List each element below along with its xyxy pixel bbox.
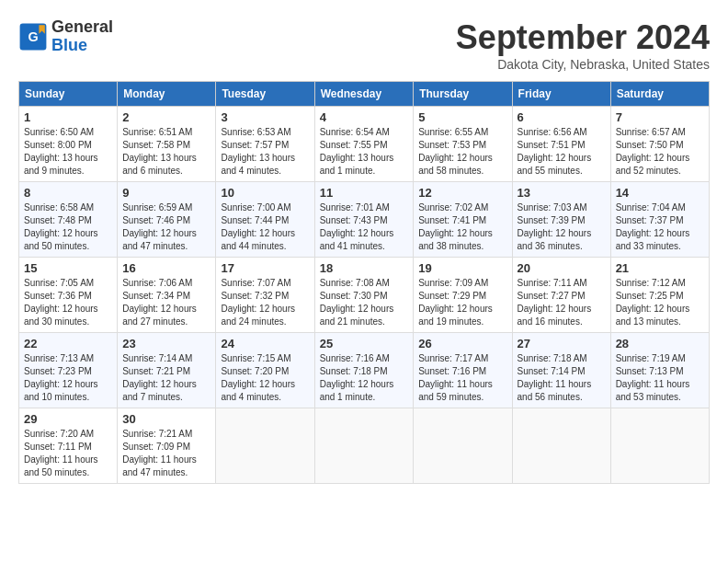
day-cell: 21Sunrise: 7:12 AMSunset: 7:25 PMDayligh…: [610, 258, 709, 333]
day-number: 10: [221, 186, 309, 200]
day-info: Sunrise: 7:00 AMSunset: 7:44 PMDaylight:…: [221, 201, 309, 253]
day-number: 27: [518, 337, 606, 350]
day-info: Sunrise: 7:16 AMSunset: 7:18 PMDaylight:…: [320, 352, 409, 404]
weekday-header-saturday: Saturday: [610, 82, 709, 107]
logo-blue: Blue: [51, 36, 87, 54]
day-info: Sunrise: 7:05 AMSunset: 7:36 PMDaylight:…: [24, 277, 112, 328]
day-info: Sunrise: 7:13 AMSunset: 7:23 PMDaylight:…: [24, 352, 112, 404]
day-info: Sunrise: 7:19 AMSunset: 7:13 PMDaylight:…: [616, 352, 704, 404]
day-cell: 3Sunrise: 6:53 AMSunset: 7:57 PMDaylight…: [216, 107, 314, 182]
location: Dakota City, Nebraska, United States: [456, 57, 710, 72]
day-info: Sunrise: 7:02 AMSunset: 7:41 PMDaylight:…: [418, 201, 506, 253]
day-number: 13: [518, 186, 606, 200]
day-number: 9: [122, 186, 210, 200]
day-cell: 5Sunrise: 6:55 AMSunset: 7:53 PMDaylight…: [414, 107, 512, 182]
day-number: 1: [24, 110, 112, 124]
day-number: 22: [24, 337, 112, 350]
day-number: 16: [122, 261, 210, 275]
week-row-2: 8Sunrise: 6:58 AMSunset: 7:48 PMDaylight…: [19, 182, 710, 258]
day-number: 12: [418, 186, 506, 200]
day-info: Sunrise: 6:54 AMSunset: 7:55 PMDaylight:…: [320, 126, 409, 178]
day-cell: 9Sunrise: 6:59 AMSunset: 7:46 PMDaylight…: [118, 182, 216, 258]
day-number: 11: [320, 186, 409, 200]
day-number: 17: [221, 261, 309, 275]
day-cell: 18Sunrise: 7:08 AMSunset: 7:30 PMDayligh…: [314, 258, 414, 333]
day-cell: 25Sunrise: 7:16 AMSunset: 7:18 PMDayligh…: [314, 333, 414, 408]
day-info: Sunrise: 6:50 AMSunset: 8:00 PMDaylight:…: [24, 126, 112, 178]
day-cell: 23Sunrise: 7:14 AMSunset: 7:21 PMDayligh…: [118, 333, 216, 408]
logo-text: General Blue: [51, 18, 113, 55]
day-number: 15: [24, 261, 112, 275]
day-cell: [314, 408, 414, 484]
day-info: Sunrise: 7:21 AMSunset: 7:09 PMDaylight:…: [122, 428, 210, 479]
day-number: 20: [518, 261, 606, 275]
weekday-header-sunday: Sunday: [19, 82, 118, 107]
day-cell: [216, 408, 314, 484]
week-row-4: 22Sunrise: 7:13 AMSunset: 7:23 PMDayligh…: [19, 333, 710, 408]
day-number: 28: [616, 337, 704, 350]
day-cell: 16Sunrise: 7:06 AMSunset: 7:34 PMDayligh…: [118, 258, 216, 333]
day-number: 3: [221, 110, 309, 124]
day-info: Sunrise: 6:55 AMSunset: 7:53 PMDaylight:…: [418, 126, 506, 178]
day-cell: 10Sunrise: 7:00 AMSunset: 7:44 PMDayligh…: [216, 182, 314, 258]
day-info: Sunrise: 7:11 AMSunset: 7:27 PMDaylight:…: [518, 277, 606, 328]
weekday-header-wednesday: Wednesday: [314, 82, 414, 107]
day-number: 26: [418, 337, 506, 350]
day-info: Sunrise: 7:06 AMSunset: 7:34 PMDaylight:…: [122, 277, 210, 328]
day-cell: 14Sunrise: 7:04 AMSunset: 7:37 PMDayligh…: [610, 182, 709, 258]
day-cell: [512, 408, 610, 484]
day-info: Sunrise: 6:51 AMSunset: 7:58 PMDaylight:…: [122, 126, 210, 178]
day-cell: 6Sunrise: 6:56 AMSunset: 7:51 PMDaylight…: [512, 107, 610, 182]
day-number: 30: [122, 412, 210, 426]
month-title: September 2024: [456, 18, 710, 57]
day-info: Sunrise: 6:53 AMSunset: 7:57 PMDaylight:…: [221, 126, 309, 178]
day-number: 19: [418, 261, 506, 275]
week-row-1: 1Sunrise: 6:50 AMSunset: 8:00 PMDaylight…: [19, 107, 710, 182]
day-cell: 7Sunrise: 6:57 AMSunset: 7:50 PMDaylight…: [610, 107, 709, 182]
day-number: 7: [616, 110, 704, 124]
day-cell: 19Sunrise: 7:09 AMSunset: 7:29 PMDayligh…: [414, 258, 512, 333]
day-cell: 11Sunrise: 7:01 AMSunset: 7:43 PMDayligh…: [314, 182, 414, 258]
day-number: 4: [320, 110, 409, 124]
title-area: September 2024 Dakota City, Nebraska, Un…: [456, 18, 710, 72]
day-cell: [414, 408, 512, 484]
day-cell: 22Sunrise: 7:13 AMSunset: 7:23 PMDayligh…: [19, 333, 118, 408]
day-info: Sunrise: 6:56 AMSunset: 7:51 PMDaylight:…: [518, 126, 606, 178]
day-info: Sunrise: 7:01 AMSunset: 7:43 PMDaylight:…: [320, 201, 409, 253]
logo: G General Blue: [18, 18, 113, 55]
day-info: Sunrise: 7:04 AMSunset: 7:37 PMDaylight:…: [616, 201, 704, 253]
day-cell: 27Sunrise: 7:18 AMSunset: 7:14 PMDayligh…: [512, 333, 610, 408]
day-number: 2: [122, 110, 210, 124]
logo-icon: G: [18, 22, 48, 52]
day-number: 8: [24, 186, 112, 200]
day-info: Sunrise: 7:08 AMSunset: 7:30 PMDaylight:…: [320, 277, 409, 328]
day-info: Sunrise: 7:20 AMSunset: 7:11 PMDaylight:…: [24, 428, 112, 479]
weekday-header-tuesday: Tuesday: [216, 82, 314, 107]
day-number: 18: [320, 261, 409, 275]
day-cell: 15Sunrise: 7:05 AMSunset: 7:36 PMDayligh…: [19, 258, 118, 333]
day-cell: 8Sunrise: 6:58 AMSunset: 7:48 PMDaylight…: [19, 182, 118, 258]
day-cell: 29Sunrise: 7:20 AMSunset: 7:11 PMDayligh…: [19, 408, 118, 484]
day-number: 5: [418, 110, 506, 124]
day-cell: 20Sunrise: 7:11 AMSunset: 7:27 PMDayligh…: [512, 258, 610, 333]
weekday-header-friday: Friday: [512, 82, 610, 107]
day-info: Sunrise: 6:58 AMSunset: 7:48 PMDaylight:…: [24, 201, 112, 253]
day-info: Sunrise: 7:14 AMSunset: 7:21 PMDaylight:…: [122, 352, 210, 404]
day-info: Sunrise: 7:03 AMSunset: 7:39 PMDaylight:…: [518, 201, 606, 253]
day-number: 29: [24, 412, 112, 426]
svg-text:G: G: [28, 29, 38, 44]
header: G General Blue September 2024 Dakota Cit…: [18, 18, 710, 72]
day-cell: 17Sunrise: 7:07 AMSunset: 7:32 PMDayligh…: [216, 258, 314, 333]
day-cell: 28Sunrise: 7:19 AMSunset: 7:13 PMDayligh…: [610, 333, 709, 408]
day-info: Sunrise: 6:57 AMSunset: 7:50 PMDaylight:…: [616, 126, 704, 178]
day-info: Sunrise: 6:59 AMSunset: 7:46 PMDaylight:…: [122, 201, 210, 253]
day-info: Sunrise: 7:09 AMSunset: 7:29 PMDaylight:…: [418, 277, 506, 328]
day-cell: 30Sunrise: 7:21 AMSunset: 7:09 PMDayligh…: [118, 408, 216, 484]
day-cell: 13Sunrise: 7:03 AMSunset: 7:39 PMDayligh…: [512, 182, 610, 258]
day-number: 14: [616, 186, 704, 200]
day-cell: 4Sunrise: 6:54 AMSunset: 7:55 PMDaylight…: [314, 107, 414, 182]
day-number: 24: [221, 337, 309, 350]
calendar-body: 1Sunrise: 6:50 AMSunset: 8:00 PMDaylight…: [19, 107, 710, 484]
day-number: 6: [518, 110, 606, 124]
weekday-header-thursday: Thursday: [414, 82, 512, 107]
